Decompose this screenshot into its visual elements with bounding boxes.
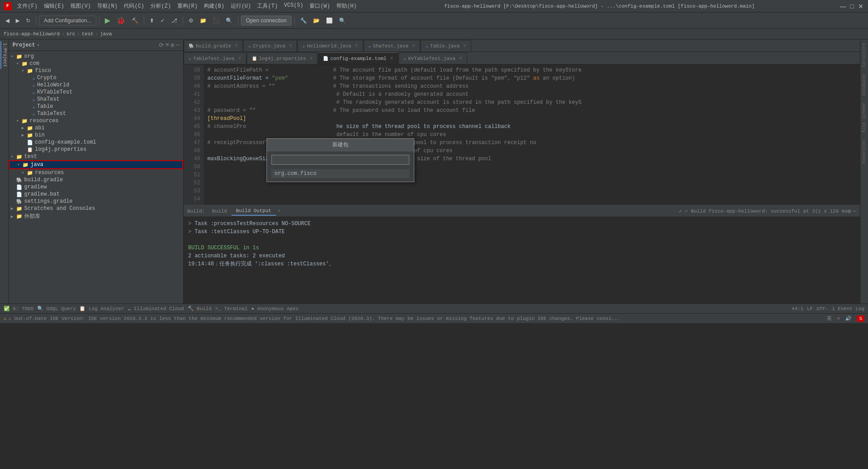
tree-item-java[interactable]: ▾📁java: [9, 160, 183, 169]
menu-file[interactable]: 文件(F): [14, 1, 40, 11]
todo-status[interactable]: ✅ 6: TODO: [4, 306, 34, 311]
expand-button[interactable]: ⬜: [323, 16, 335, 26]
tab-tabletest-java[interactable]: ☕TableTest.java×: [184, 52, 246, 64]
tab-table-close[interactable]: ×: [463, 43, 466, 49]
tree-item-table[interactable]: ☕Table: [9, 103, 183, 110]
menu-refactor[interactable]: 重构(R): [175, 1, 201, 11]
toolbar-back-button[interactable]: ◀: [3, 16, 12, 26]
tree-item-shatest[interactable]: ☕ShaTest: [9, 96, 183, 103]
new-package-input[interactable]: [271, 155, 409, 165]
tab-crypto-java[interactable]: ☕Crypto.java×: [243, 40, 297, 51]
tab-kvtabletest-java[interactable]: ☕KVTableTest.java×: [399, 52, 467, 64]
menu-edit[interactable]: 编辑(E): [41, 1, 67, 11]
vcs-commit-button[interactable]: ✓: [158, 16, 168, 26]
tab-log4j-props[interactable]: 📋log4j.properties×: [247, 52, 318, 64]
build-output-close[interactable]: ×: [278, 208, 281, 214]
breadcrumb-java[interactable]: java: [100, 31, 112, 37]
build-output-tab[interactable]: Build Output: [232, 207, 276, 216]
tree-item-abi[interactable]: ▶📁abi: [9, 124, 183, 132]
tab-table-java[interactable]: ☕Table.java×: [421, 40, 471, 51]
tab-log4j-close[interactable]: ×: [309, 55, 313, 62]
build-minimize-icon[interactable]: —: [853, 208, 856, 214]
ribs-tab[interactable]: Ribs scheme: [860, 99, 868, 136]
anonymous-status[interactable]: ● Anonymous Apex: [251, 306, 299, 311]
tree-item-test-resources[interactable]: ▾📁resources: [9, 169, 183, 176]
add-configuration-button[interactable]: Add Configuration...: [39, 16, 96, 26]
tab-crypto-close[interactable]: ×: [289, 43, 292, 49]
tab-helloworld-java[interactable]: ☕HelloWorld.java×: [297, 40, 363, 51]
tree-item-log4j[interactable]: 📋log4j.properties: [9, 146, 183, 153]
illuminated-status[interactable]: ☁ Illuminated Cloud: [128, 306, 184, 311]
build-tab[interactable]: Build: [208, 207, 232, 215]
tab-kvtabletest-close[interactable]: ×: [459, 55, 462, 62]
database-tab[interactable]: Database: [860, 71, 868, 99]
tab-shatest-close[interactable]: ×: [412, 43, 415, 49]
tree-item-gradlew[interactable]: 📄gradlew: [9, 183, 183, 191]
panel-collapse-icon[interactable]: ≡: [166, 42, 169, 49]
code-content[interactable]: # accountFilePath = # The account file p…: [204, 64, 860, 205]
tree-item-crypto[interactable]: ☕Crypto: [9, 74, 183, 81]
minimize-button[interactable]: —: [839, 3, 847, 10]
lang-indicator[interactable]: 英: [827, 315, 832, 322]
menu-vcs[interactable]: VCS(S): [281, 1, 306, 11]
tree-item-config-toml[interactable]: 📄config-example.toml: [9, 139, 183, 146]
breadcrumb-test[interactable]: test: [82, 31, 93, 37]
tree-item-tabletest[interactable]: ☕TableTest: [9, 110, 183, 117]
open-connection-button[interactable]: Open connection: [241, 16, 292, 26]
menu-code[interactable]: 代码(C): [121, 1, 147, 11]
close-ide-btn[interactable]: ×: [837, 316, 840, 321]
breadcrumb-src[interactable]: src: [66, 31, 75, 37]
tab-helloworld-close[interactable]: ×: [355, 43, 358, 49]
tab-build-gradle-close[interactable]: ×: [235, 43, 238, 49]
maximize-button[interactable]: □: [848, 3, 855, 10]
soql-status[interactable]: 🔍 SOQL Query: [37, 306, 76, 311]
build-button[interactable]: 🔨: [129, 16, 141, 26]
terminal-button[interactable]: ⬛: [210, 16, 222, 26]
menu-build[interactable]: 构建(B): [201, 1, 227, 11]
tree-item-com[interactable]: ▾📁com: [9, 60, 183, 67]
menu-window[interactable]: 窗口(W): [307, 1, 333, 11]
run-button[interactable]: ▶: [102, 14, 113, 26]
build-settings-icon[interactable]: ⚙: [847, 208, 851, 215]
settings-button[interactable]: ⚙: [186, 16, 196, 26]
vcs-update-button[interactable]: ⬆: [147, 16, 157, 26]
tree-item-helloworld[interactable]: ☕HelloWorld: [9, 81, 183, 89]
tree-item-build-gradle[interactable]: 🐘build.gradle: [9, 176, 183, 183]
close-button[interactable]: ✕: [857, 3, 864, 10]
terminal-status[interactable]: >_ Terminal: [215, 306, 248, 311]
wrench-button[interactable]: 🔧: [297, 16, 309, 26]
menu-analyze[interactable]: 分析(Z): [148, 1, 174, 11]
tree-item-scratches[interactable]: ▶📁Scratches and Consoles: [9, 205, 183, 212]
event-log-status[interactable]: 1 Event Log: [832, 306, 864, 311]
tree-item-gradlew-bat[interactable]: 📄gradlew.bat: [9, 191, 183, 198]
audio-icon[interactable]: 🔊: [845, 316, 851, 321]
tab-build-gradle[interactable]: 🐘build.gradle×: [184, 40, 243, 51]
tree-item-fisco[interactable]: ▾📁fisco: [9, 67, 183, 74]
tab-config-toml[interactable]: 📄config-example.toml×: [318, 52, 398, 64]
menu-run[interactable]: 运行(U): [228, 1, 254, 11]
toolbar-refresh-button[interactable]: ↻: [23, 16, 33, 26]
panel-settings-icon[interactable]: ⚙: [171, 42, 174, 49]
folder-sync-button[interactable]: 📂: [310, 16, 322, 26]
tab-config-close[interactable]: ×: [390, 55, 393, 62]
panel-sync-icon[interactable]: ⟳: [159, 42, 164, 49]
structure-tab[interactable]: Structure: [860, 39, 868, 71]
tree-item-external-libs[interactable]: ▶📁外部库: [9, 212, 183, 221]
debug-button[interactable]: 🐞: [114, 14, 128, 26]
vcs-button[interactable]: ⎇: [168, 16, 180, 26]
tree-item-test[interactable]: ▾📁test: [9, 153, 183, 160]
tree-item-bin[interactable]: ▶📁bin: [9, 132, 183, 139]
project-side-tab[interactable]: 1:Project: [0, 41, 8, 69]
menu-view[interactable]: 视图(V): [68, 1, 94, 11]
menu-navigate[interactable]: 导航(N): [95, 1, 120, 11]
log-analyzer-status[interactable]: 📋 Log Analyzer: [79, 306, 124, 311]
tab-tabletest-close[interactable]: ×: [238, 55, 241, 62]
search2-button[interactable]: 🔍: [336, 16, 348, 26]
tree-item-org[interactable]: ▾📁org: [9, 53, 183, 60]
menu-tools[interactable]: 工具(T): [254, 1, 280, 11]
search-button[interactable]: 🔍: [223, 16, 235, 26]
file-manager-button[interactable]: 📁: [197, 16, 209, 26]
panel-minimize-icon[interactable]: —: [176, 42, 180, 49]
build-status[interactable]: 🔨 Build: [188, 306, 212, 311]
popup-suggestion-item[interactable]: org.com.fisco: [271, 169, 409, 178]
